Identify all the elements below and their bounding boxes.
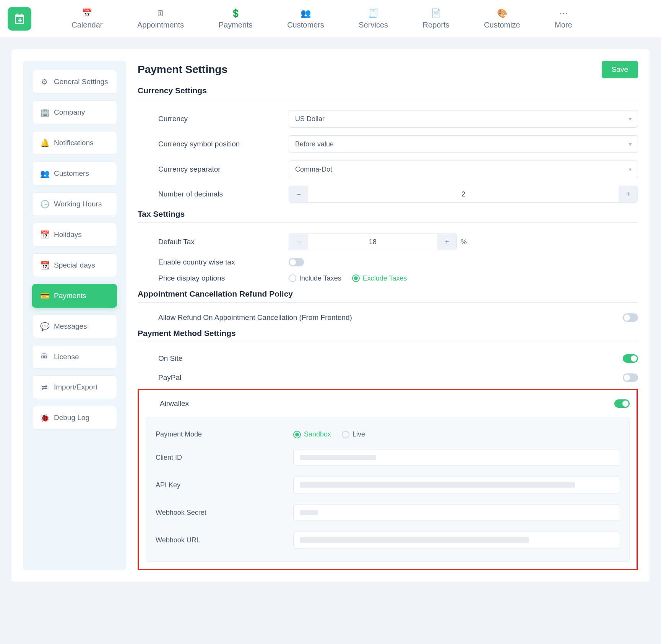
calendar-check-icon: 🗓	[156, 8, 165, 18]
sidebar-customers[interactable]: 👥Customers	[32, 162, 117, 185]
nav-label: Customize	[484, 21, 520, 29]
redacted-value	[300, 510, 318, 515]
sidebar-label: Payments	[54, 292, 86, 300]
nav-appointments[interactable]: 🗓Appointments	[137, 8, 184, 29]
paypal-toggle[interactable]	[623, 373, 638, 382]
sidebar-debug-log[interactable]: 🐞Debug Log	[32, 406, 117, 430]
radio-label: Exclude Taxes	[363, 274, 407, 282]
sidebar-import-export[interactable]: ⇄Import/Export	[32, 375, 117, 399]
nav-label: Customers	[287, 21, 324, 29]
select-value: Comma-Dot	[295, 165, 332, 174]
nav-label: Appointments	[137, 21, 184, 29]
divider	[138, 342, 638, 342]
live-radio[interactable]: Live	[342, 430, 365, 438]
price-display-label: Price display options	[138, 274, 289, 282]
chat-icon: 💬	[40, 322, 49, 331]
webhook-url-input[interactable]	[293, 532, 620, 548]
nav-items: 📅Calendar 🗓Appointments 💲Payments 👥Custo…	[54, 8, 590, 29]
sidebar-label: License	[54, 353, 79, 361]
webhook-secret-label: Webhook Secret	[156, 509, 293, 517]
sidebar-company[interactable]: 🏢Company	[32, 101, 117, 124]
swap-icon: ⇄	[40, 383, 49, 392]
top-nav: 📅Calendar 🗓Appointments 💲Payments 👥Custo…	[0, 0, 661, 38]
bell-icon: 🔔	[40, 138, 49, 148]
nav-label: Calendar	[71, 21, 102, 29]
nav-calendar[interactable]: 📅Calendar	[71, 8, 102, 29]
increment-button[interactable]: +	[619, 186, 638, 202]
sidebar-label: Holidays	[54, 230, 82, 239]
payment-mode-radio-group: Sandbox Live	[293, 430, 365, 438]
price-display-radio-group: Include Taxes Exclude Taxes	[289, 274, 407, 282]
page-title: Payment Settings	[138, 63, 227, 76]
chevron-down-icon: ▾	[629, 166, 632, 172]
section-currency-title: Currency Settings	[138, 86, 638, 95]
sidebar-label: Customers	[54, 169, 89, 178]
redacted-value	[300, 455, 376, 460]
select-value: Before value	[295, 140, 334, 148]
redacted-value	[300, 482, 575, 488]
radio-label: Include Taxes	[299, 274, 341, 282]
increment-button[interactable]: +	[437, 234, 456, 250]
radio-label: Live	[352, 430, 365, 438]
currency-label: Currency	[138, 115, 289, 123]
decrement-button[interactable]: −	[289, 186, 308, 202]
decimals-stepper: − 2 +	[289, 186, 638, 203]
nav-label: Services	[359, 21, 388, 29]
webhook-url-label: Webhook URL	[156, 536, 293, 544]
main-content: Payment Settings Save Currency Settings …	[138, 61, 638, 570]
airwallex-toggle[interactable]	[614, 399, 630, 408]
save-button[interactable]: Save	[602, 61, 638, 78]
calendar-icon: 📅	[82, 8, 92, 18]
section-tax-title: Tax Settings	[138, 209, 638, 219]
people-icon: 👥	[300, 8, 311, 18]
nav-more[interactable]: ⋯More	[555, 8, 572, 29]
sidebar-messages[interactable]: 💬Messages	[32, 315, 117, 338]
default-tax-label: Default Tax	[138, 238, 289, 246]
sidebar-label: Special days	[54, 261, 95, 269]
sandbox-radio[interactable]: Sandbox	[293, 430, 331, 438]
sidebar-payments[interactable]: 💳Payments	[32, 284, 117, 308]
exclude-taxes-radio[interactable]: Exclude Taxes	[352, 274, 407, 282]
sidebar-holidays[interactable]: 📅Holidays	[32, 223, 117, 247]
decrement-button[interactable]: −	[289, 234, 308, 250]
position-select[interactable]: Before value▾	[289, 135, 638, 153]
tax-value: 18	[308, 234, 437, 250]
client-id-input[interactable]	[293, 449, 620, 466]
nav-reports[interactable]: 📄Reports	[423, 8, 450, 29]
webhook-secret-input[interactable]	[293, 504, 620, 521]
nav-services[interactable]: 🧾Services	[359, 8, 388, 29]
sidebar-license[interactable]: 🏛License	[32, 345, 117, 368]
clock-icon: 🕒	[40, 200, 49, 209]
airwallex-highlight: Airwallex Payment Mode Sandbox Live Clie…	[138, 389, 638, 570]
onsite-toggle[interactable]	[623, 354, 638, 363]
sidebar-label: Notifications	[54, 139, 94, 147]
airwallex-panel: Payment Mode Sandbox Live Client ID API …	[146, 417, 630, 562]
nav-customize[interactable]: 🎨Customize	[484, 8, 520, 29]
section-refund-title: Appointment Cancellation Refund Policy	[138, 289, 638, 298]
allow-refund-toggle[interactable]	[623, 313, 638, 322]
people-icon: 👥	[40, 169, 49, 178]
sidebar-working-hours[interactable]: 🕒Working Hours	[32, 192, 117, 216]
separator-select[interactable]: Comma-Dot▾	[289, 161, 638, 178]
allow-refund-label: Allow Refund On Appointment Cancellation…	[138, 313, 398, 322]
currency-select[interactable]: US Dollar▾	[289, 110, 638, 128]
nav-customers[interactable]: 👥Customers	[287, 8, 324, 29]
building-icon: 🏛	[40, 352, 49, 361]
chevron-down-icon: ▾	[629, 116, 632, 122]
nav-payments[interactable]: 💲Payments	[219, 8, 253, 29]
countrywise-tax-toggle[interactable]	[289, 258, 304, 266]
include-taxes-radio[interactable]: Include Taxes	[289, 274, 341, 282]
list-icon: 🧾	[368, 8, 378, 18]
sidebar-general[interactable]: ⚙General Settings	[32, 70, 117, 94]
position-label: Currency symbol position	[138, 140, 289, 148]
calendar-star-icon: 📆	[40, 261, 49, 270]
api-key-input[interactable]	[293, 477, 620, 493]
chevron-down-icon: ▾	[629, 141, 632, 147]
palette-icon: 🎨	[497, 8, 507, 18]
api-key-label: API Key	[156, 481, 293, 489]
separator-label: Currency separator	[138, 165, 289, 174]
app-logo[interactable]	[8, 7, 31, 31]
tax-stepper: − 18 +	[289, 234, 457, 250]
sidebar-special-days[interactable]: 📆Special days	[32, 253, 117, 277]
sidebar-notifications[interactable]: 🔔Notifications	[32, 131, 117, 155]
